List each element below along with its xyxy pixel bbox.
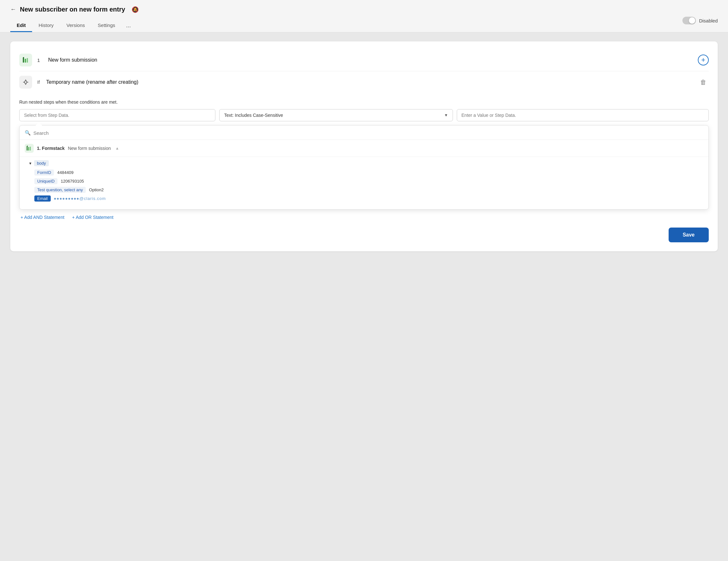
- step-data-dropdown-panel: 🔍: [19, 125, 709, 210]
- formstack-source-number-name: 1. Formstack: [37, 146, 65, 151]
- toggle-section: Disabled: [682, 17, 718, 29]
- conditions-description: Run nested steps when these conditions a…: [19, 99, 709, 105]
- field-value-test-question: Option2: [89, 187, 104, 192]
- body-collapse-icon[interactable]: ▼: [29, 161, 32, 165]
- step-data-input[interactable]: [19, 109, 215, 121]
- save-button[interactable]: Save: [669, 228, 709, 242]
- field-label-email: Email: [34, 195, 51, 202]
- svg-rect-1: [25, 59, 26, 63]
- step-1-number: 1: [37, 57, 43, 63]
- formstack-icon: [25, 144, 34, 153]
- step-2-label: Temporary name (rename after creating): [46, 79, 693, 85]
- field-value-uniqueid: 1206793105: [61, 179, 84, 184]
- conditions-row: Text: Includes Case-Sensitive ▼: [19, 109, 709, 121]
- value-input[interactable]: [457, 109, 709, 121]
- tab-bar: Edit History Versions Settings ...: [10, 19, 718, 32]
- save-row: Save: [19, 228, 709, 242]
- search-input[interactable]: [33, 130, 703, 136]
- field-row-formid[interactable]: FormID 4484409: [34, 169, 703, 176]
- body-badge: body: [34, 160, 49, 166]
- back-button[interactable]: ←: [10, 6, 16, 13]
- conditions-section: Run nested steps when these conditions a…: [19, 99, 709, 242]
- main-card: 1 New form submission + If Temporary nam…: [10, 41, 718, 251]
- field-label-uniqueid: UniqueID: [34, 178, 57, 184]
- svg-rect-8: [30, 147, 31, 151]
- field-label-formid: FormID: [34, 169, 54, 176]
- bell-icon[interactable]: 🔕: [132, 6, 139, 13]
- step-2-prefix: If: [37, 80, 40, 85]
- chevron-down-icon: ▼: [444, 113, 448, 117]
- add-statement-row: + Add AND Statement + Add OR Statement: [19, 215, 709, 220]
- svg-rect-6: [27, 146, 28, 151]
- step-1-icon: [19, 54, 32, 66]
- field-row-test-question[interactable]: Test question, select any Option2: [34, 187, 703, 193]
- field-value-formid: 4484409: [57, 170, 74, 175]
- step-1-label: New form submission: [48, 57, 693, 63]
- tab-versions[interactable]: Versions: [60, 19, 91, 32]
- disabled-toggle[interactable]: [682, 17, 696, 24]
- page-title: New subscriber on new form entry: [20, 6, 125, 13]
- tab-more[interactable]: ...: [122, 19, 135, 32]
- svg-rect-2: [27, 58, 28, 63]
- body-header: ▼ body: [29, 160, 703, 166]
- tab-history[interactable]: History: [32, 19, 60, 32]
- svg-rect-3: [23, 57, 24, 58]
- search-icon: 🔍: [25, 130, 31, 136]
- tab-settings[interactable]: Settings: [91, 19, 122, 32]
- add-and-statement-button[interactable]: + Add AND Statement: [21, 215, 65, 220]
- field-row-email[interactable]: Email ●●●●●●●●●@claris.com: [34, 195, 703, 202]
- operator-dropdown[interactable]: Text: Includes Case-Sensitive ▼: [219, 109, 453, 121]
- operator-value: Text: Includes Case-Sensitive: [224, 113, 283, 118]
- field-row-uniqueid[interactable]: UniqueID 1206793105: [34, 178, 703, 184]
- search-row: 🔍: [20, 130, 708, 140]
- field-value-email: ●●●●●●●●●@claris.com: [54, 196, 106, 201]
- formstack-source-sub: New form submission: [68, 146, 111, 151]
- add-or-statement-button[interactable]: + Add OR Statement: [72, 215, 114, 220]
- svg-rect-9: [27, 146, 28, 146]
- svg-rect-7: [28, 147, 29, 151]
- disabled-label: Disabled: [699, 18, 718, 23]
- step-1-row: 1 New form submission +: [19, 49, 709, 71]
- field-label-test-question: Test question, select any: [34, 187, 86, 193]
- step-2-icon: [19, 76, 32, 89]
- step-2-row: If Temporary name (rename after creating…: [19, 71, 709, 93]
- tab-edit[interactable]: Edit: [10, 19, 32, 32]
- body-section: ▼ body FormID 4484409 UniqueID 120679310…: [20, 157, 708, 209]
- add-step-button[interactable]: +: [698, 55, 709, 65]
- formstack-source-row[interactable]: 1. Formstack New form submission ▲: [20, 140, 708, 157]
- svg-rect-0: [23, 57, 24, 63]
- delete-step-button[interactable]: 🗑: [698, 77, 709, 88]
- collapse-arrow-icon[interactable]: ▲: [115, 146, 119, 151]
